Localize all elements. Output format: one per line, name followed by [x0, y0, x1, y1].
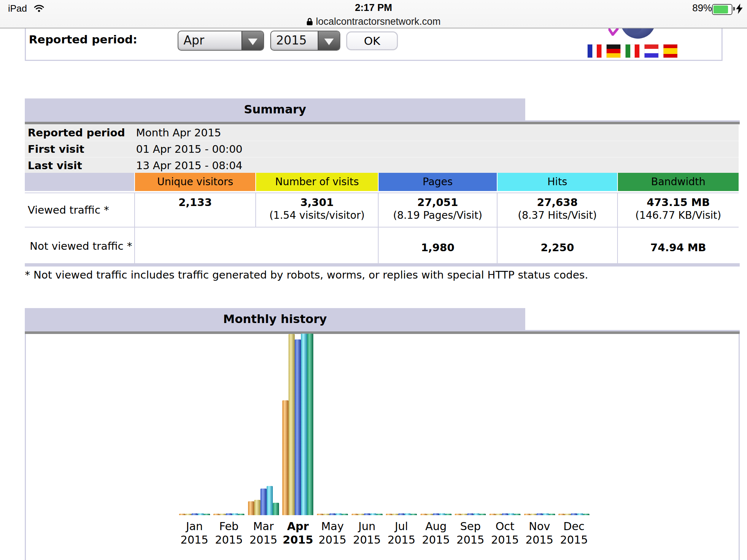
month-select[interactable]: Apr [178, 31, 264, 51]
bar-bandwidth-mb- [307, 334, 313, 515]
bar-unique-visitors [317, 514, 323, 515]
bar-unique-visitors [213, 514, 220, 515]
month-select-value: Apr [183, 33, 204, 47]
viewed-pages-cell: 27,051 (8.19 Pages/Visit) [379, 193, 497, 227]
sub-value: (146.77 KB/Visit) [618, 209, 739, 221]
value: 2,250 [498, 238, 617, 254]
bar-unique-visitors [248, 501, 254, 515]
bar-number-of-visits [323, 514, 329, 515]
bar-pages [502, 513, 508, 515]
viewed-hits-cell: 27,638 (8.37 Hits/Visit) [498, 193, 617, 227]
chevron-down-icon [324, 38, 334, 45]
bar-hits [370, 513, 376, 515]
header-hits: Hits [498, 173, 617, 191]
language-flags [588, 44, 677, 58]
bar-group-oct [489, 513, 520, 515]
bar-bandwidth-mb- [411, 514, 417, 515]
summary-title: Summary [25, 98, 525, 120]
info-row-first-visit: First visit 01 Apr 2015 - 00:00 [25, 141, 739, 158]
bar-number-of-visits [565, 514, 571, 515]
bar-group-feb [213, 513, 244, 515]
bar-bandwidth-mb- [480, 514, 486, 515]
bar-hits [439, 513, 445, 515]
info-row-last-visit: Last visit 13 Apr 2015 - 08:04 [25, 158, 739, 174]
chevron-down-icon [248, 38, 258, 45]
address-bar[interactable]: localcontractorsnetwork.com [0, 16, 747, 27]
bar-bandwidth-mb- [549, 514, 555, 515]
bar-hits [508, 513, 514, 515]
bar-group-dec [558, 513, 589, 515]
bar-bandwidth-mb- [342, 514, 348, 515]
bar-bandwidth-mb- [514, 514, 520, 515]
bar-hits [577, 513, 583, 515]
bar-group-jun [352, 513, 383, 515]
bar-group-jan [179, 513, 210, 515]
bar-number-of-visits [496, 514, 502, 515]
select-dropdown-area [241, 31, 263, 50]
monthly-history-chart: Jan2015Feb2015Mar2015Apr2015May2015Jun20… [25, 334, 740, 560]
logo-swoosh [608, 28, 619, 37]
bar-pages [364, 513, 370, 515]
battery-nub [733, 7, 735, 11]
row-label-not-viewed-traffic: Not viewed traffic * [25, 228, 134, 265]
bar-hits [473, 513, 480, 515]
info-value: Month Apr 2015 [136, 127, 221, 139]
flag-france-icon[interactable] [588, 44, 601, 58]
flag-netherlands-icon[interactable] [645, 44, 658, 58]
viewed-visits-cell: 3,301 (1.54 visits/visitor) [256, 193, 378, 227]
flag-spain-icon[interactable] [663, 44, 677, 58]
clock: 2:17 PM [0, 2, 747, 13]
flag-germany-icon[interactable] [607, 44, 620, 58]
bar-bandwidth-mb- [445, 514, 452, 515]
year-select[interactable]: 2015 [270, 31, 340, 51]
info-row-reported-period: Reported period Month Apr 2015 [25, 125, 739, 141]
viewed-unique-visitors-cell: 2,133 [135, 193, 255, 227]
bar-number-of-visits [185, 514, 191, 515]
bar-number-of-visits [289, 334, 295, 515]
viewed-bandwidth-cell: 473.15 MB (146.77 KB/Visit) [618, 193, 739, 227]
summary-info-rows: Reported period Month Apr 2015 First vis… [25, 125, 739, 174]
bar-group-nov [524, 513, 555, 515]
bar-hits [198, 513, 204, 515]
bar-pages [329, 513, 336, 515]
bar-bandwidth-mb- [273, 503, 279, 515]
status-bar: iPad 2:17 PM 89% localcontractorsnetwork… [0, 0, 747, 28]
bar-group-sep [455, 513, 486, 515]
bar-group-mar [248, 486, 279, 515]
row-label-viewed-traffic: Viewed traffic * [25, 193, 134, 227]
not-viewed-hits-cell: 2,250 [498, 228, 617, 265]
value: 3,301 [256, 193, 378, 209]
value: 1,980 [379, 238, 497, 254]
bar-pages [226, 513, 232, 515]
bar-unique-visitors [421, 514, 427, 515]
bar-unique-visitors [524, 514, 530, 515]
charging-bolt-icon [736, 3, 743, 16]
info-label: Reported period [25, 127, 136, 139]
bar-pages [433, 513, 439, 515]
bar-hits [543, 513, 549, 515]
value: 2,133 [135, 193, 255, 209]
header-bandwidth: Bandwidth [618, 173, 739, 191]
bar-bandwidth-mb- [583, 514, 589, 515]
bar-unique-visitors [282, 400, 289, 515]
not-viewed-bandwidth-cell: 74.94 MB [618, 228, 739, 265]
bar-hits [405, 513, 411, 515]
bar-number-of-visits [392, 514, 398, 515]
monthly-history-title: Monthly history [25, 308, 525, 330]
ok-button[interactable]: OK [346, 31, 398, 50]
battery-percent: 89% [692, 3, 712, 14]
sub-value: (8.37 Hits/Visit) [498, 209, 617, 221]
sub-value: (8.19 Pages/Visit) [379, 209, 497, 221]
bar-group-apr [282, 334, 313, 515]
select-dropdown-area [318, 31, 340, 50]
bar-pages [191, 513, 198, 515]
bar-group-jul [386, 513, 417, 515]
bar-number-of-visits [530, 514, 537, 515]
info-label: Last visit [25, 159, 136, 172]
battery-icon [712, 4, 732, 15]
info-label: First visit [25, 143, 136, 155]
bar-hits [336, 513, 342, 515]
header-blank-cell [25, 173, 134, 191]
summary-title-rule [25, 120, 740, 124]
flag-italy-icon[interactable] [626, 44, 639, 58]
